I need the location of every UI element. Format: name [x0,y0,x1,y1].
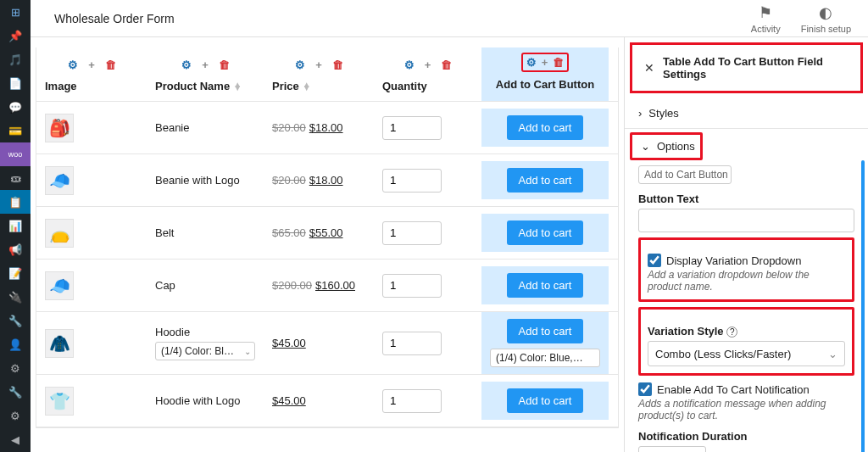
product-thumbnail[interactable]: 🧢 [45,166,74,195]
trash-icon[interactable]: 🗑 [440,58,453,71]
page-title: Wholesale Order Form [54,12,175,25]
sort-icon[interactable]: ▲▼ [233,83,242,90]
display-variation-checkbox[interactable] [648,254,661,267]
variation-select[interactable]: (1/4) Color: Blue, Logo: Yes⌄ [155,342,255,360]
trash-icon[interactable]: 🗑 [217,58,231,71]
trash-icon[interactable]: 🗑 [553,56,564,69]
ticket-icon[interactable]: 🎟 [0,166,31,190]
table-row: 👝 Belt $65.00$55.00 Add to cart [36,207,618,259]
finish-setup-button[interactable]: ◐ Finish setup [801,3,851,34]
variation-style-value: Combo (Less Clicks/Faster) [655,348,791,360]
add-to-cart-button[interactable]: Add to cart [507,220,584,245]
main-table-area: ⚙ + 🗑 Image ⚙ + 🗑 Product Name ▲▼ [31,37,624,452]
product-name: Beanie with Logo [155,174,255,187]
styles-section-toggle[interactable]: › Styles [625,98,868,129]
users-icon[interactable]: 👤 [0,332,31,356]
price-new: $18.00 [309,121,343,134]
pages-icon[interactable]: 📄 [0,71,31,95]
settings-icon[interactable]: ⚙ [0,356,31,380]
collapse-icon[interactable]: ◀ [0,427,31,451]
price-new: $45.00 [272,394,306,407]
sort-icon[interactable]: ▲▼ [303,83,311,90]
quantity-input[interactable] [382,389,442,413]
plus-icon[interactable]: + [421,58,435,71]
price-new: $45.00 [272,337,306,349]
product-icon[interactable]: 💳 [0,119,31,142]
gear-icon[interactable]: ⚙ [66,58,80,71]
add-to-cart-button[interactable]: Add to cart [507,388,584,413]
plus-icon[interactable]: + [312,58,326,71]
variation-style-highlight: Variation Style ? Combo (Less Clicks/Fas… [638,307,854,376]
analytics-icon[interactable]: 📊 [0,214,31,237]
plugins-icon[interactable]: 🔌 [0,285,31,309]
quantity-input[interactable] [382,274,442,298]
comments-icon[interactable]: 💬 [0,95,31,119]
price-new: $160.00 [315,279,355,292]
plus-icon[interactable]: + [542,56,548,69]
quantity-input[interactable] [382,116,442,140]
quantity-input[interactable] [382,332,442,355]
product-thumbnail[interactable]: 👕 [45,387,74,416]
display-variation-label: Display Variation Dropdown [666,254,801,267]
product-name: Hoodie [155,326,255,338]
gear-icon[interactable]: ⚙ [526,56,537,69]
add-to-cart-button[interactable]: Add to cart [507,168,584,193]
options-icon[interactable]: ⚙ [0,404,31,427]
table-row: 🎒 Beanie $20.00$18.00 Add to cart [36,102,618,154]
price-old: $20.00 [272,121,306,134]
appearance-icon[interactable]: 📝 [0,261,31,285]
dashboard-icon[interactable]: ⊞ [0,0,31,24]
settings-panel: ✕ Table Add To Cart Button Field Setting… [624,37,868,452]
chevron-down-icon: ⌄ [244,347,251,356]
cart-col-toolbar-highlight: ⚙ + 🗑 [521,53,570,72]
marketing-icon[interactable]: 📢 [0,237,31,261]
product-thumbnail[interactable]: 👝 [45,219,74,248]
col-header-qty: Quantity [382,80,427,92]
woo-icon[interactable]: woo [0,142,31,166]
media-icon[interactable]: 🎵 [0,47,31,71]
tools-icon[interactable]: 🔧 [0,309,31,332]
add-to-cart-button[interactable]: Add to cart [507,115,584,140]
flag-icon: ⚑ [759,3,772,22]
variation-dropdown-highlight: Display Variation Dropdown Add a variati… [638,237,854,302]
close-icon[interactable]: ✕ [644,61,654,75]
plus-icon[interactable]: + [198,58,212,71]
enable-notification-checkbox[interactable] [638,382,652,396]
enable-notification-label: Enable Add To Cart Notification [657,383,810,396]
wholesale-icon[interactable]: 📋 [0,190,31,214]
product-thumbnail[interactable]: 🧢 [45,271,74,300]
help-icon[interactable]: ? [726,326,737,338]
wrench-icon[interactable]: 🔧 [0,380,31,404]
notification-duration-input[interactable] [638,446,706,452]
gear-icon[interactable]: ⚙ [180,58,193,71]
chevron-down-icon: ⌄ [828,348,837,360]
price-new: $55.00 [309,226,343,239]
price-old: $20.00 [272,174,306,187]
activity-label: Activity [751,24,781,34]
product-name: Cap [155,279,255,292]
product-thumbnail[interactable]: 🎒 [45,114,74,142]
quantity-input[interactable] [382,169,442,193]
product-thumbnail[interactable]: 🧥 [45,329,74,358]
add-to-cart-button[interactable]: Add to cart [507,273,584,298]
trash-icon[interactable]: 🗑 [103,58,117,71]
gear-icon[interactable]: ⚙ [293,58,307,71]
table-row: 🧢 Cap $200.00$160.00 Add to cart [36,259,618,312]
activity-button[interactable]: ⚑ Activity [751,3,781,34]
button-text-input[interactable] [638,209,854,232]
add-to-cart-button[interactable]: Add to cart [507,319,584,343]
variation-select-cart[interactable]: (1/4) Color: Blue, Logo: [490,349,600,367]
table-row: 🧥 Hoodie(1/4) Color: Blue, Logo: Yes⌄ $4… [36,312,618,375]
quantity-input[interactable] [382,221,442,245]
display-variation-help: Add a variation dropdown below the produ… [648,269,845,293]
col-header-cart: Add to Cart Button [496,78,594,91]
field-name-input[interactable]: Add to Cart Button [638,165,732,184]
variation-style-select[interactable]: Combo (Less Clicks/Faster) ⌄ [648,341,845,366]
gear-icon[interactable]: ⚙ [403,58,416,71]
trash-icon[interactable]: 🗑 [331,58,344,71]
plus-icon[interactable]: + [85,58,98,71]
panel-title: Table Add To Cart Button Field Settings [663,55,849,81]
options-section-toggle[interactable]: ⌄ Options [630,132,703,160]
chevron-right-icon: › [638,107,642,120]
pin-icon[interactable]: 📌 [0,24,31,47]
